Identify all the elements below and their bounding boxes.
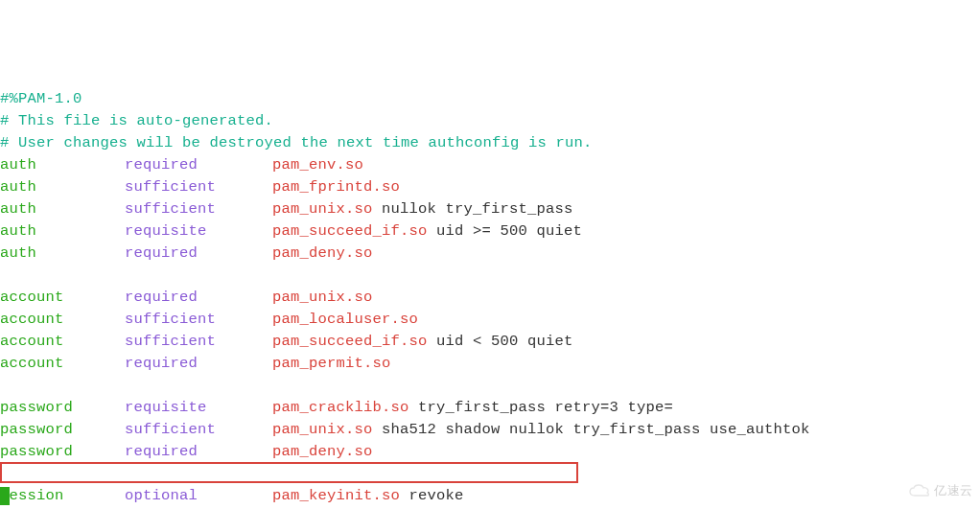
pam-version-header: #%PAM-1.0 bbox=[0, 88, 980, 110]
rule-args: uid < 500 quiet bbox=[428, 333, 573, 350]
blank-line bbox=[0, 265, 980, 287]
rule-module: pam_unix.so bbox=[272, 421, 373, 438]
rule-module: pam_keyinit.so bbox=[272, 487, 400, 504]
pam-rule-line: sessionoptionalpam_keyinit.so revoke bbox=[0, 485, 980, 507]
rule-module: pam_unix.so bbox=[272, 289, 373, 306]
blank-line bbox=[0, 463, 980, 485]
rule-args: sha512 shadow nullok try_first_pass use_… bbox=[373, 421, 810, 438]
rule-module: pam_succeed_if.so bbox=[272, 222, 428, 240]
rule-module: pam_cracklib.so bbox=[272, 399, 409, 416]
rule-type: account bbox=[0, 309, 125, 331]
rule-module: pam_deny.so bbox=[272, 244, 373, 262]
rule-control: sufficient bbox=[125, 331, 272, 353]
rule-control: requisite bbox=[125, 397, 272, 419]
rule-type: account bbox=[0, 331, 125, 353]
rule-type: auth bbox=[0, 220, 125, 243]
rule-module: pam_permit.so bbox=[272, 355, 391, 372]
rule-control: sufficient bbox=[125, 198, 272, 220]
rule-control: requisite bbox=[125, 220, 272, 243]
pam-rule-line: passwordsufficientpam_unix.so sha512 sha… bbox=[0, 419, 980, 441]
rule-module: pam_unix.so bbox=[272, 200, 373, 218]
rule-type: session bbox=[0, 485, 125, 507]
rule-control: sufficient bbox=[125, 419, 272, 441]
pam-rule-line: passwordrequiredpam_deny.so bbox=[0, 441, 980, 463]
rule-args: revoke bbox=[400, 487, 464, 504]
rule-module: pam_deny.so bbox=[272, 443, 373, 460]
rule-type: password bbox=[0, 441, 125, 463]
pam-rule-line: authrequiredpam_env.so bbox=[0, 154, 980, 176]
comment-line: # User changes will be destroyed the nex… bbox=[0, 132, 980, 154]
rule-type: password bbox=[0, 419, 125, 441]
rule-type: auth bbox=[0, 176, 125, 198]
rule-args: try_first_pass retry=3 type= bbox=[409, 399, 674, 416]
rule-type: auth bbox=[0, 198, 125, 220]
rule-type: account bbox=[0, 287, 125, 309]
rule-control: required bbox=[125, 353, 272, 375]
rule-type: auth bbox=[0, 243, 125, 265]
rule-control: required bbox=[125, 154, 272, 176]
rule-type: auth bbox=[0, 154, 125, 176]
blank-line bbox=[0, 375, 980, 397]
pam-config-file: #%PAM-1.0# This file is auto-generated.#… bbox=[0, 88, 980, 509]
rule-module: pam_env.so bbox=[272, 156, 363, 174]
pam-rule-line: authsufficientpam_fprintd.so bbox=[0, 176, 980, 198]
pam-rule-line: accountsufficientpam_succeed_if.so uid <… bbox=[0, 331, 980, 353]
rule-control: sufficient bbox=[125, 309, 272, 331]
pam-rule-line: accountsufficientpam_localuser.so bbox=[0, 309, 980, 331]
rule-type: password bbox=[0, 397, 125, 419]
rule-control: sufficient bbox=[125, 176, 272, 198]
pam-rule-line: authrequiredpam_deny.so bbox=[0, 243, 980, 265]
pam-rule-line: passwordrequisitepam_cracklib.so try_fir… bbox=[0, 397, 980, 419]
rule-control: required bbox=[125, 243, 272, 265]
rule-control: required bbox=[125, 441, 272, 463]
rule-type: account bbox=[0, 353, 125, 375]
rule-module: pam_succeed_if.so bbox=[272, 333, 428, 350]
comment-line: # This file is auto-generated. bbox=[0, 110, 980, 132]
pam-rule-line: authrequisitepam_succeed_if.so uid >= 50… bbox=[0, 220, 980, 243]
rule-args: nullok try_first_pass bbox=[373, 200, 573, 218]
rule-module: pam_fprintd.so bbox=[272, 178, 400, 196]
pam-rule-line: accountrequiredpam_permit.so bbox=[0, 353, 980, 375]
rule-control: required bbox=[125, 287, 272, 309]
rule-control: optional bbox=[125, 485, 272, 507]
rule-args: uid >= 500 quiet bbox=[428, 222, 583, 240]
pam-rule-line: authsufficientpam_unix.so nullok try_fir… bbox=[0, 198, 980, 220]
rule-module: pam_localuser.so bbox=[272, 311, 418, 328]
pam-rule-line: accountrequiredpam_unix.so bbox=[0, 287, 980, 309]
